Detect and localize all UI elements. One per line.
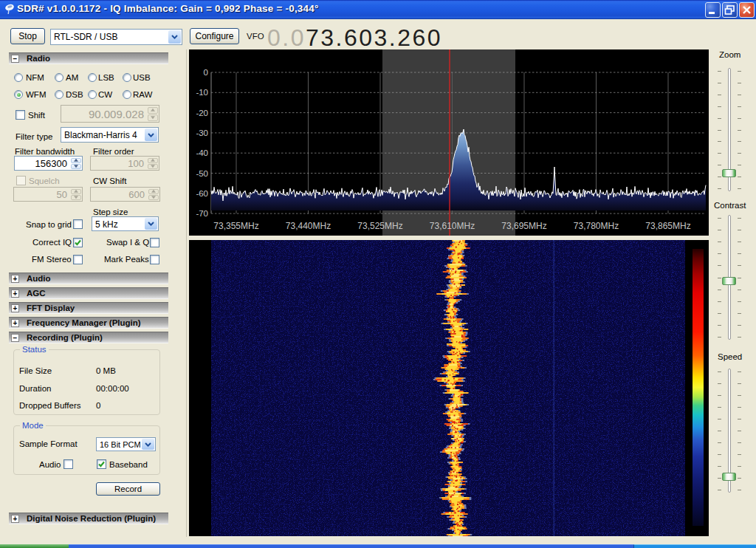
svg-text:-10: -10: [196, 88, 208, 97]
svg-text:73,440MHz: 73,440MHz: [286, 221, 331, 231]
svg-text:73,525MHz: 73,525MHz: [357, 221, 402, 231]
svg-text:73,610MHz: 73,610MHz: [430, 221, 475, 231]
svg-text:-50: -50: [196, 169, 208, 178]
svg-text:73,865MHz: 73,865MHz: [645, 221, 690, 231]
svg-text:-70: -70: [196, 209, 208, 218]
svg-text:-20: -20: [196, 109, 208, 117]
svg-text:-40: -40: [196, 148, 208, 157]
svg-text:-60: -60: [196, 189, 208, 198]
svg-text:73,355MHz: 73,355MHz: [213, 221, 258, 231]
svg-text:-30: -30: [196, 129, 208, 137]
svg-text:0: 0: [204, 68, 208, 77]
svg-text:73,780MHz: 73,780MHz: [574, 221, 619, 231]
svg-text:73,695MHz: 73,695MHz: [501, 221, 546, 231]
